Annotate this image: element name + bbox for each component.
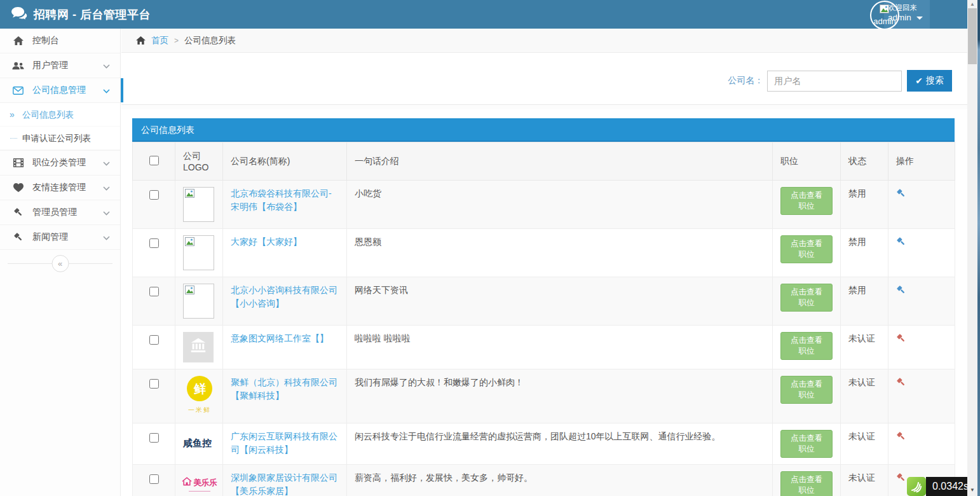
gavel-action-icon[interactable] (896, 333, 906, 347)
view-jobs-button[interactable]: 点击查看职位 (780, 471, 833, 496)
company-logo-text: 咸鱼控 (183, 430, 212, 450)
comments-icon (11, 7, 27, 22)
broken-image-icon (185, 190, 196, 200)
company-name-link[interactable]: 北京布袋谷科技有限公司-宋明伟【布袋谷】 (231, 187, 339, 214)
company-logo-bank (183, 332, 214, 362)
select-all-checkbox[interactable] (149, 156, 159, 165)
view-jobs-button[interactable]: 点击查看职位 (780, 430, 833, 458)
sidebar-collapse-button[interactable]: « (51, 255, 69, 272)
broken-image-icon (185, 238, 196, 249)
company-logo-placeholder (183, 187, 214, 222)
caret-down-icon (916, 17, 923, 20)
company-description: 啦啦啦 啦啦啦 (355, 333, 411, 343)
company-logo-placeholder (183, 284, 214, 319)
table-header-row: 公司LOGO 公司名称(简称) 一句话介绍 职位 状态 操作 (133, 142, 955, 181)
chevron-down-icon (103, 207, 110, 217)
main-content: 公司名： ✔ 搜索 公司信息列表 公司LOGO 公司名称(简称) 一句话介绍 职… (121, 53, 967, 496)
view-jobs-button[interactable]: 点击查看职位 (780, 284, 833, 312)
company-list-panel: 公司信息列表 公司LOGO 公司名称(简称) 一句话介绍 职位 状态 操作 北京… (132, 118, 955, 496)
bank-icon (189, 336, 208, 359)
table-row: 鲜一米鲜 聚鲜（北京）科技有限公司【聚鲜科技】 我们有屌爆了的大叔！和嫩爆了的小… (133, 369, 955, 424)
app-title: 招聘网 - 后台管理平台 (34, 7, 151, 22)
table-row: 北京布袋谷科技有限公司-宋明伟【布袋谷】 小吃货 点击查看职位 禁用 (133, 181, 955, 229)
sidebar-menu: 控制台 用户管理 公司信息管理 » 公司信息列表 申请认证公司列表 职位分类管理… (0, 29, 120, 250)
debug-trace-badge: 0.0342s (907, 477, 977, 496)
dotted-connector (10, 138, 17, 139)
heart-icon (12, 183, 24, 192)
scrollbar-thumb[interactable] (968, 8, 977, 64)
home-icon (12, 36, 24, 46)
sidebar-item[interactable]: 友情连接管理 (0, 176, 120, 200)
status-badge: 禁用 (848, 237, 866, 247)
company-description: 我们有屌爆了的大叔！和嫩爆了的小鲜肉！ (355, 377, 524, 387)
status-badge: 未认证 (848, 431, 875, 441)
company-name-link[interactable]: 深圳象限家居设计有限公司【美乐乐家居】 (231, 471, 339, 496)
company-name-input[interactable] (767, 71, 902, 92)
row-checkbox[interactable] (149, 335, 159, 345)
breadcrumb-home-link[interactable]: 首页 (151, 35, 168, 46)
house-icon (182, 476, 192, 490)
avatar[interactable]: admin (870, 1, 899, 30)
company-table: 公司LOGO 公司名称(简称) 一句话介绍 职位 状态 操作 北京布袋谷科技有限… (132, 142, 955, 496)
view-jobs-button[interactable]: 点击查看职位 (780, 235, 833, 263)
view-jobs-button[interactable]: 点击查看职位 (780, 187, 833, 215)
users-icon (12, 61, 24, 71)
company-table-body: 北京布袋谷科技有限公司-宋明伟【布袋谷】 小吃货 点击查看职位 禁用 大家好【大… (133, 181, 955, 496)
col-action: 操作 (888, 142, 955, 181)
col-desc: 一句话介绍 (347, 142, 773, 181)
status-badge: 未认证 (848, 377, 875, 387)
sidebar-collapse-row: « (0, 251, 120, 277)
row-checkbox[interactable] (149, 190, 159, 200)
row-checkbox[interactable] (149, 474, 159, 484)
search-label: 公司名： (728, 75, 763, 86)
sidebar-subitem[interactable]: 申请认证公司列表 (0, 127, 120, 150)
sidebar-item[interactable]: 职位分类管理 (0, 151, 120, 176)
search-button[interactable]: ✔ 搜索 (907, 70, 952, 92)
gavel-icon (12, 232, 24, 242)
sidebar-item[interactable]: 新闻管理 (0, 225, 120, 250)
chevron-down-icon (103, 183, 110, 193)
sidebar-item[interactable]: 公司信息管理 (0, 78, 120, 103)
sidebar-item[interactable]: 用户管理 (0, 53, 120, 78)
col-name: 公司名称(简称) (223, 142, 347, 181)
company-name-link[interactable]: 大家好【大家好】 (231, 235, 339, 249)
company-logo: 美乐乐 (183, 471, 216, 492)
company-name-link[interactable]: 北京小小咨询科技有限公司【小小咨询】 (231, 284, 339, 310)
view-jobs-button[interactable]: 点击查看职位 (780, 332, 833, 360)
row-checkbox[interactable] (149, 433, 159, 443)
panel-title: 公司信息列表 (132, 118, 955, 142)
company-description: 小吃货 (355, 188, 381, 198)
sidebar-item[interactable]: 管理员管理 (0, 200, 120, 225)
gavel-action-icon[interactable] (896, 472, 906, 486)
company-name-link[interactable]: 聚鲜（北京）科技有限公司【聚鲜科技】 (231, 376, 339, 403)
gavel-action-icon[interactable] (896, 377, 906, 391)
sidebar-subitem[interactable]: » 公司信息列表 (0, 103, 120, 127)
double-angle-right-icon: » (10, 103, 15, 127)
sidebar-item[interactable]: 控制台 (0, 29, 120, 53)
vertical-scrollbar[interactable]: ▲ ▼ (967, 0, 977, 496)
table-row: 美乐乐 深圳象限家居设计有限公司【美乐乐家居】 薪资高，福利好，发展快，美女多，… (133, 465, 955, 496)
breadcrumb: 首页 > 公司信息列表 (121, 29, 967, 53)
top-header-bar: 招聘网 - 后台管理平台 欢迎回来 admin (0, 0, 967, 29)
row-checkbox[interactable] (149, 287, 159, 296)
gavel-action-icon[interactable] (896, 285, 906, 299)
sidebar-submenu: » 公司信息列表 申请认证公司列表 (0, 103, 120, 151)
company-description: 闲云科技专注于电信行业流量经营的虚拟运营商，团队超过10年以上互联网、通信行业经… (355, 431, 721, 441)
company-description: 薪资高，福利好，发展快，美女多，帅哥好。 (355, 472, 533, 483)
gavel-action-icon[interactable] (896, 188, 906, 202)
row-checkbox[interactable] (149, 238, 159, 248)
broken-image-icon (880, 4, 890, 16)
company-name-link[interactable]: 广东闲云互联网科技有限公司【闲云科技】 (231, 430, 339, 457)
gavel-action-icon[interactable] (896, 237, 906, 251)
scroll-down-arrow[interactable]: ▼ (967, 486, 977, 495)
thinkphp-logo-icon[interactable] (907, 477, 926, 496)
status-badge: 禁用 (848, 285, 866, 295)
gavel-action-icon[interactable] (896, 431, 906, 445)
company-name-link[interactable]: 意象图文网络工作室【】 (231, 332, 339, 345)
scroll-up-arrow[interactable]: ▲ (967, 0, 977, 9)
view-jobs-button[interactable]: 点击查看职位 (780, 376, 833, 404)
row-checkbox[interactable] (149, 379, 159, 389)
gavel-icon (12, 207, 24, 217)
avatar-alt-text: admin (873, 17, 895, 26)
home-icon (136, 36, 146, 45)
